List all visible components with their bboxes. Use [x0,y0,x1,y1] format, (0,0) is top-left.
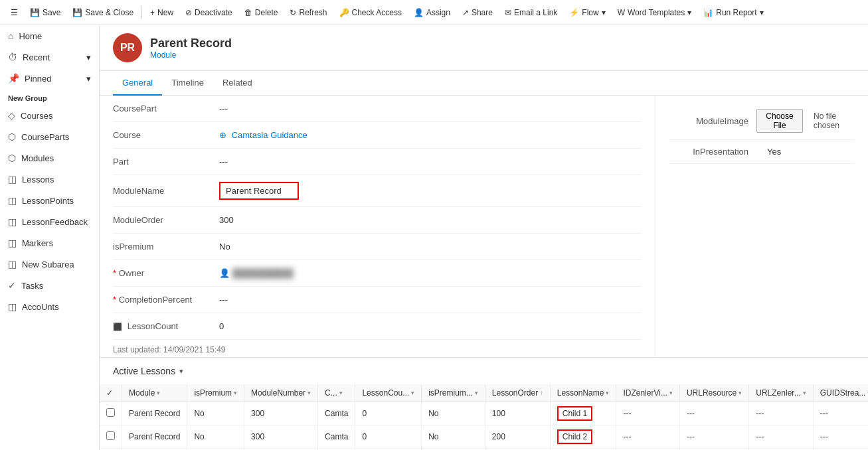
sidebar-item-courseparts[interactable]: ⬡ CourseParts [0,126,99,147]
cell-modulenumber: 300 [244,425,318,449]
tab-related[interactable]: Related [213,71,262,96]
th-modulenumber[interactable]: ModuleNumber ▾ [244,384,318,402]
cell-lessonname: Child 1 [550,402,616,425]
cell-module: Parent Record [122,425,187,449]
cell-ispremium2: No [422,402,485,425]
inpresentation-label: InPresentation [669,147,748,157]
th-idzenlervl[interactable]: IDZenlerVi... ▾ [616,384,679,402]
th-guidstrea[interactable]: GUIDStrea... ▾ [813,384,868,402]
sidebar-label-pinned: Pinned [25,74,51,84]
th-module[interactable]: Module ▾ [122,384,187,402]
th-lessonorder[interactable]: LessonOrder ↑ [485,384,550,402]
th-ispremium2[interactable]: isPremium... ▾ [422,384,485,402]
th-lessonname[interactable]: LessonName ▾ [550,384,616,402]
check-access-button[interactable]: 🔑 Check Access [334,5,407,20]
th-c[interactable]: C... ▾ [318,384,355,402]
th-ispremium[interactable]: isPremium ▾ [187,384,244,402]
separator [141,6,142,19]
recent-chevron-icon: ▾ [86,52,91,62]
sidebar-item-recent[interactable]: ⏱ Recent ▾ [0,46,99,68]
sidebar-item-modules[interactable]: ⬡ Modules [0,147,99,169]
run-report-button[interactable]: 📊 Run Report ▾ [698,5,768,20]
ispremium-value: No [219,242,642,252]
choose-file-button[interactable]: Choose File [756,109,803,133]
sidebar-item-lessonpoints[interactable]: ◫ LessonPoints [0,190,99,211]
owner-value: 👤 ██████████ [219,268,642,278]
deactivate-button[interactable]: ⊘ Deactivate [180,5,238,20]
sidebar-item-courses[interactable]: ◇ Courses [0,105,99,126]
lessonorder-sort-icon: ↑ [540,390,543,396]
lessons-icon: ◫ [8,174,17,185]
accounts-icon: ◫ [8,301,17,312]
modulenumber-sort-icon: ▾ [307,390,311,396]
delete-button[interactable]: 🗑 Delete [239,5,284,20]
tabs-bar: General Timeline Related [100,71,868,96]
sidebar-item-markers[interactable]: ◫ Markers [0,232,99,254]
lessonname-sort-icon: ▾ [606,390,609,396]
sidebar-label-accounts: AccoUnts [22,302,59,312]
word-templates-button[interactable]: W Word Templates ▾ [612,5,697,20]
cell-idzenlervl: --- [616,425,679,449]
cell-guidstrea: --- [813,425,868,449]
check-icon: ✓ [106,388,113,398]
cell-urlzenler: --- [749,425,813,449]
sidebar-item-lessons[interactable]: ◫ Lessons [0,169,99,190]
th-lessoncou[interactable]: LessonCou... ▾ [355,384,422,402]
ispremium2-sort-icon: ▾ [475,390,478,396]
course-link[interactable]: Camtasia Guidance [232,130,307,140]
lessoncount-value: 0 [219,321,642,331]
cell-lessoncou: 0 [355,402,422,425]
lessoncount-row: ⬛ LessonCount 0 [113,313,642,340]
last-updated-value: 14/09/2021 15:49 [163,345,225,354]
part-value: --- [219,157,642,167]
tab-general[interactable]: General [113,71,162,96]
save-close-button[interactable]: 💾 Save & Close [67,5,139,20]
record-header: PR Parent Record Module [100,25,868,71]
sidebar-label-lessonfeedback: LessonFeedback [22,217,88,227]
table-row: Parent RecordNo300Camta0No100Child 1----… [100,402,868,425]
share-button[interactable]: ↗ Share [457,5,498,20]
last-updated-label: Last updated: [113,345,163,354]
pinned-chevron-icon: ▾ [86,74,91,84]
save-button[interactable]: 💾 Save [25,5,66,20]
ispremium-row: isPremium No [113,234,642,260]
th-urlzenler[interactable]: URLZenler... ▾ [749,384,813,402]
refresh-icon: ↻ [290,8,296,17]
c-sort-icon: ▾ [339,390,343,396]
part-row: Part --- [113,149,642,175]
modulename-highlighted[interactable]: Parent Record [219,182,299,200]
flow-button[interactable]: ⚡ Flow ▾ [564,5,610,20]
cell-lessoncou: 0 [355,425,422,449]
sidebar-item-new-subarea[interactable]: ◫ New Subarea [0,254,99,275]
table-body: Parent RecordNo300Camta0No100Child 1----… [100,402,868,451]
two-col-form: CoursePart --- Course ⊕ Camtasia Guidanc… [113,96,855,357]
owner-label: Owner [113,268,219,278]
tab-timeline[interactable]: Timeline [162,71,213,96]
new-button[interactable]: + New [145,5,179,20]
cell-urlresource: --- [679,425,748,449]
sidebar-label-courseparts: CourseParts [21,132,69,142]
hamburger-button[interactable]: ☰ [5,5,23,20]
cell-lessonorder: 100 [485,402,550,425]
flow-chevron-icon: ▾ [602,8,606,17]
row-checkbox[interactable] [100,402,122,425]
sidebar-item-pinned[interactable]: 📌 Pinned ▾ [0,68,99,89]
owner-person-icon: 👤 [219,268,230,278]
form-area: CoursePart --- Course ⊕ Camtasia Guidanc… [100,96,868,357]
subgrid-chevron-icon[interactable]: ▾ [179,367,183,376]
cell-c: Camta [318,425,355,449]
refresh-button[interactable]: ↻ Refresh [284,5,332,20]
ispremium-sort-icon: ▾ [234,390,237,396]
sidebar-item-accounts[interactable]: ◫ AccoUnts [0,296,99,317]
recent-icon: ⏱ [8,52,17,62]
email-link-button[interactable]: ✉ Email a Link [499,5,563,20]
sidebar-item-home[interactable]: ⌂ Home [0,25,99,46]
sidebar-item-tasks[interactable]: ✓ Tasks [0,275,99,296]
active-lessons-table: ✓ Module ▾ isPremium ▾ [100,384,868,450]
last-updated: Last updated: 14/09/2021 15:49 [113,340,642,357]
sidebar-item-lessonfeedback[interactable]: ◫ LessonFeedback [0,211,99,232]
cell-module: Parent Record [122,402,187,425]
assign-button[interactable]: 👤 Assign [408,5,456,20]
row-checkbox[interactable] [100,425,122,449]
th-urlresource[interactable]: URLResource ▾ [679,384,748,402]
